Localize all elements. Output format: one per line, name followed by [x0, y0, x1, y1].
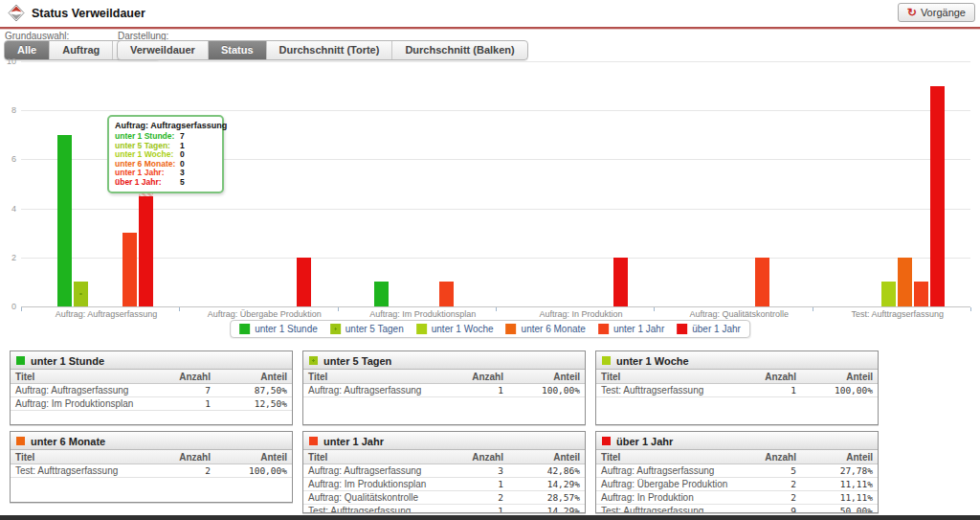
- cell-anteil: 87,50%: [215, 384, 292, 397]
- cell-anzahl: 3: [449, 464, 508, 478]
- card-title-label: unter 1 Jahr: [323, 436, 384, 447]
- chart-bar-über-1-jahr-auftrag-übergabe-produktion[interactable]: [297, 258, 311, 306]
- chart-bar-unter-1-woche-test-aufttragserfassung[interactable]: [881, 282, 896, 306]
- cell-anteil: 100,00%: [215, 464, 292, 478]
- column-header-titel: Titel: [303, 450, 449, 464]
- legend-swatch-icon: [506, 324, 517, 334]
- column-header-anzahl: Anzahl: [742, 450, 801, 464]
- category-color-icon: [16, 437, 25, 445]
- column-header-anteil: Anteil: [508, 450, 585, 464]
- chart-bar-unter-6-monate-test-aufttragserfassung[interactable]: [898, 258, 912, 306]
- cell-titel: Test: Aufttragserfassung: [303, 505, 449, 514]
- legend-label: unter 1 Woche: [432, 324, 494, 334]
- chart-bar-über-1-jahr-auftrag-in-produktion[interactable]: [613, 258, 628, 306]
- legend-swatch-icon: [330, 324, 341, 334]
- column-header-anzahl: Anzahl: [156, 450, 215, 464]
- column-header-titel: Titel: [11, 370, 156, 384]
- cell-anteil: 100,00%: [801, 384, 878, 397]
- legend-item-unter-1-woche: unter 1 Woche: [416, 324, 494, 334]
- cell-titel: Auftrag: Qualitätskontrolle: [303, 491, 449, 505]
- table-row: Auftrag: Übergabe Produktion211,11%: [596, 478, 878, 491]
- gridline: [21, 258, 970, 259]
- cell-anteil: 12,50%: [215, 397, 292, 411]
- column-header-anzahl: Anzahl: [742, 370, 801, 384]
- x-axis-tick: [338, 307, 339, 311]
- chart-bar-unter-5-tagen-auftrag-auftragserfassung[interactable]: [74, 282, 88, 306]
- cell-titel: Auftrag: Auftragserfassung: [596, 464, 742, 478]
- cell-anteil: 100,00%: [508, 384, 585, 397]
- card-title-label: unter 1 Woche: [616, 355, 689, 367]
- legend-swatch-icon: [677, 324, 687, 334]
- column-header-anzahl: Anzahl: [449, 450, 508, 464]
- legend-swatch-icon: [239, 324, 250, 334]
- cell-titel: Auftrag: Im Produktionsplan: [303, 478, 449, 491]
- legend-item-unter-1-stunde: unter 1 Stunde: [239, 324, 318, 334]
- table-row: Test: Aufttragserfassung950,00%: [596, 505, 878, 514]
- chart-bar-unter-1-jahr-auftrag-auftragserfassung[interactable]: [122, 233, 137, 306]
- table-row: Auftrag: Im Produktionsplan114,29%: [303, 478, 585, 491]
- column-header-anzahl: Anzahl: [449, 370, 508, 384]
- chart-bar-unter-1-stunde-auftrag-auftragserfassung[interactable]: [57, 135, 72, 306]
- x-axis-tick: [654, 307, 655, 311]
- chart-bar-über-1-jahr-auftrag-auftragserfassung[interactable]: [139, 184, 153, 306]
- chart-bar-über-1-jahr-test-aufttragserfassung[interactable]: [930, 86, 945, 306]
- cell-titel: Auftrag: Auftragserfassung: [303, 464, 449, 478]
- card-title-label: unter 6 Monate: [31, 436, 105, 447]
- table-row: Auftrag: Im Produktionsplan112,50%: [11, 397, 292, 411]
- y-axis-tick-label: 6: [0, 154, 16, 164]
- x-axis-tick: [970, 307, 971, 311]
- chart-bar-unter-1-jahr-auftrag-qualitätskontrolle[interactable]: [755, 258, 769, 306]
- summary-card-unter-1-stunde: unter 1 StundeTitelAnzahlAnteilAuftrag: …: [10, 350, 293, 425]
- cell-anzahl: 1: [742, 384, 801, 397]
- category-color-icon: [602, 437, 611, 445]
- x-axis-label-auftrag-auftragserfassung: Auftrag: Auftragserfassung: [56, 309, 158, 319]
- column-header-titel: Titel: [596, 450, 742, 464]
- summary-card-über-1-jahr: über 1 JahrTitelAnzahlAnteilAuftrag: Auf…: [595, 431, 879, 513]
- legend-label: unter 6 Monate: [522, 324, 586, 334]
- cell-anzahl: 2: [449, 491, 508, 505]
- cell-titel: Test: Aufttragserfassung: [11, 464, 156, 478]
- cell-anzahl: 9: [742, 505, 801, 514]
- cell-anzahl: 7: [156, 384, 215, 397]
- x-axis-label-auftrag-übergabe-produktion: Auftrag: Übergabe Produktion: [208, 309, 322, 319]
- column-header-anteil: Anteil: [508, 370, 585, 384]
- x-axis-label-auftrag-im-produktionsplan: Auftrag: Im Produktionsplan: [369, 309, 476, 319]
- cell-anzahl: 1: [449, 478, 508, 491]
- x-axis-tick: [179, 307, 180, 311]
- x-axis-tick: [21, 307, 22, 311]
- column-header-anteil: Anteil: [801, 450, 878, 464]
- gridline: [21, 209, 970, 210]
- category-color-icon: [309, 356, 318, 365]
- column-header-titel: Titel: [11, 450, 156, 464]
- cell-anzahl: 2: [742, 491, 801, 505]
- table-row: Auftrag: In Produktion211,11%: [596, 491, 878, 505]
- cell-titel: Auftrag: In Produktion: [596, 491, 742, 505]
- card-title-bar: unter 1 Woche: [596, 351, 878, 370]
- card-title-bar: unter 6 Monate: [11, 432, 292, 450]
- chart-bar-unter-1-stunde-auftrag-im-produktionsplan[interactable]: [374, 282, 389, 306]
- cell-anteil: 27,78%: [801, 464, 878, 478]
- x-axis-label-auftrag-qualitätskontrolle: Auftrag: Qualitätskontrolle: [690, 309, 790, 319]
- chart-bar-unter-1-jahr-auftrag-im-produktionsplan[interactable]: [439, 282, 454, 306]
- card-title-bar: über 1 Jahr: [596, 432, 878, 450]
- cell-anzahl: 2: [742, 478, 801, 491]
- category-color-icon: [602, 356, 611, 365]
- summary-card-unter-6-monate: unter 6 MonateTitelAnzahlAnteilTest: Auf…: [10, 431, 293, 503]
- legend-label: unter 1 Jahr: [613, 324, 664, 334]
- cell-titel: Test: Aufttragserfassung: [596, 384, 742, 397]
- column-header-titel: Titel: [303, 370, 449, 384]
- column-header-titel: Titel: [596, 370, 742, 384]
- y-axis-tick-label: 0: [0, 302, 16, 311]
- cell-anteil: 42,86%: [508, 464, 585, 478]
- cell-anteil: 14,29%: [508, 478, 585, 491]
- category-color-icon: [309, 437, 318, 445]
- column-header-anteil: Anteil: [801, 370, 878, 384]
- chart-bar-unter-1-jahr-test-aufttragserfassung[interactable]: [914, 282, 928, 306]
- legend-swatch-icon: [598, 324, 609, 334]
- cell-anzahl: 1: [449, 384, 508, 397]
- gridline: [21, 61, 970, 62]
- table-row: Test: Aufttragserfassung1100,00%: [596, 384, 878, 397]
- summary-card-unter-1-woche: unter 1 WocheTitelAnzahlAnteilTest: Auft…: [595, 350, 879, 425]
- card-title-bar: unter 1 Jahr: [303, 432, 585, 450]
- x-axis-tick: [813, 307, 813, 311]
